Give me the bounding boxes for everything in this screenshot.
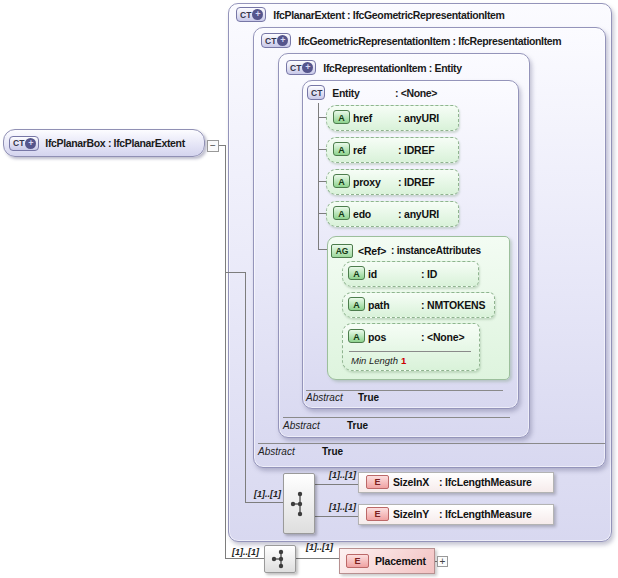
plus-badge-icon: + bbox=[252, 9, 263, 20]
connector-line bbox=[225, 558, 264, 559]
sequence-compositor-2[interactable] bbox=[264, 545, 296, 573]
abstract-divider bbox=[283, 417, 510, 418]
plus-badge-icon: + bbox=[25, 138, 36, 149]
connector-line bbox=[318, 213, 326, 214]
attr-type: : anyURI bbox=[398, 208, 439, 220]
connector-line bbox=[318, 103, 319, 249]
ifcplanarbox-node[interactable]: CT+ IfcPlanarBox : IfcPlanarExtent bbox=[3, 129, 205, 157]
attr-type: : ID bbox=[421, 268, 437, 280]
connector-line bbox=[318, 181, 326, 182]
plus-badge-icon: + bbox=[277, 35, 288, 46]
element-sizeiny[interactable]: E SizeInY : IfcLengthMeasure bbox=[358, 504, 554, 525]
ct-plus-icon: CT+ bbox=[9, 136, 39, 151]
cardinality-placement: [1]..[1] bbox=[306, 542, 333, 552]
attr-type: : anyURI bbox=[398, 112, 439, 124]
attr-type: : <None> bbox=[421, 331, 464, 343]
connector-line bbox=[318, 149, 326, 150]
box-title-ifcrepresentationitem: IfcRepresentationItem : Entity bbox=[323, 62, 461, 74]
abstract-label: Abstract bbox=[258, 446, 295, 457]
attr-proxy[interactable]: A proxy : IDREF bbox=[326, 169, 459, 195]
attrgroup-type: : instanceAttributes bbox=[391, 245, 481, 256]
ct-plus-icon: CT+ bbox=[286, 60, 316, 75]
connector-line bbox=[318, 117, 326, 118]
cardinality-sizeiny: [1]..[1] bbox=[329, 502, 356, 512]
attribute-icon: A bbox=[348, 329, 365, 343]
element-sizeinx[interactable]: E SizeInX : IfcLengthMeasure bbox=[358, 472, 554, 493]
element-type: : IfcLengthMeasure bbox=[439, 508, 532, 520]
attr-name: path bbox=[368, 299, 389, 311]
attribute-group-icon: AG bbox=[331, 244, 353, 258]
cardinality-seq1: [1]..[1] bbox=[254, 489, 281, 499]
element-icon: E bbox=[346, 554, 369, 568]
attr-name: id bbox=[368, 268, 377, 280]
attribute-icon: A bbox=[333, 142, 350, 156]
connector-line bbox=[245, 502, 283, 503]
connector-line bbox=[313, 516, 359, 517]
connector-line bbox=[313, 484, 359, 485]
element-icon: E bbox=[366, 507, 389, 521]
attribute-icon: A bbox=[333, 206, 350, 220]
attr-type: : NMTOKENS bbox=[421, 299, 485, 311]
attr-name: pos bbox=[368, 331, 386, 343]
schema-diagram: CT+ IfcPlanarBox : IfcPlanarExtent − CT+… bbox=[0, 0, 618, 578]
element-name: SizeInX bbox=[393, 476, 429, 488]
attr-edo[interactable]: A edo : anyURI bbox=[326, 201, 459, 227]
attr-name: edo bbox=[353, 208, 371, 220]
abstract-label: Abstract bbox=[283, 420, 320, 431]
attr-href[interactable]: A href : anyURI bbox=[326, 105, 459, 131]
attr-id[interactable]: A id : ID bbox=[342, 261, 479, 287]
sequence-icon bbox=[271, 549, 289, 569]
attr-pos[interactable]: A pos : <None> Min Length 1 bbox=[342, 323, 480, 371]
box-title-ifcplanarextent: IfcPlanarExtent : IfcGeometricRepresenta… bbox=[273, 9, 504, 21]
cardinality-sizeinx: [1]..[1] bbox=[329, 470, 356, 480]
expand-handle-plus[interactable]: + bbox=[437, 556, 448, 567]
connector-line bbox=[225, 145, 226, 558]
attrgroup-name: <Ref> bbox=[358, 245, 386, 257]
sequence-compositor-1[interactable] bbox=[283, 473, 315, 534]
ct-plus-icon: CT+ bbox=[261, 33, 291, 48]
facet-minlength-label: Min Length bbox=[351, 355, 398, 366]
root-title: IfcPlanarBox : IfcPlanarExtent bbox=[45, 137, 184, 149]
abstract-divider bbox=[258, 443, 605, 444]
attr-name: proxy bbox=[353, 176, 381, 188]
attribute-icon: A bbox=[348, 297, 365, 311]
attribute-icon: A bbox=[333, 110, 350, 124]
connector-line bbox=[245, 272, 246, 502]
abstract-label: Abstract bbox=[306, 392, 343, 403]
abstract-value: True bbox=[358, 392, 379, 403]
box-title-ifcgeometricrepresentationitem: IfcGeometricRepresentationItem : IfcRepr… bbox=[298, 35, 561, 47]
attr-ref[interactable]: A ref : IDREF bbox=[326, 137, 459, 163]
connector-line bbox=[294, 558, 339, 559]
connector-line bbox=[225, 272, 245, 273]
abstract-value: True bbox=[322, 446, 343, 457]
collapse-handle-minus[interactable]: − bbox=[207, 140, 219, 152]
element-name: SizeInY bbox=[393, 508, 429, 520]
attribute-icon: A bbox=[348, 266, 365, 280]
attr-type: : IDREF bbox=[398, 144, 435, 156]
sequence-icon bbox=[290, 489, 308, 519]
plus-badge-icon: + bbox=[302, 62, 313, 73]
element-type: : IfcLengthMeasure bbox=[439, 476, 532, 488]
ct-icon: CT bbox=[307, 85, 325, 100]
connector-line bbox=[318, 249, 327, 250]
facet-divider bbox=[349, 351, 471, 352]
attr-path[interactable]: A path : NMTOKENS bbox=[342, 292, 495, 318]
element-icon: E bbox=[366, 475, 389, 489]
element-name: Placement bbox=[375, 555, 426, 567]
ct-plus-icon: CT+ bbox=[236, 7, 266, 22]
attr-name: href bbox=[353, 112, 372, 124]
attr-type: : IDREF bbox=[398, 176, 435, 188]
facet-minlength-value: 1 bbox=[401, 355, 406, 366]
abstract-value: True bbox=[347, 420, 368, 431]
cardinality-seq2: [1]..[1] bbox=[232, 547, 259, 557]
element-placement[interactable]: E Placement bbox=[339, 548, 435, 574]
attr-name: ref bbox=[353, 144, 366, 156]
entity-name: Entity bbox=[332, 87, 359, 99]
attribute-icon: A bbox=[333, 174, 350, 188]
entity-type: : <None> bbox=[395, 87, 437, 99]
abstract-divider bbox=[306, 390, 503, 391]
